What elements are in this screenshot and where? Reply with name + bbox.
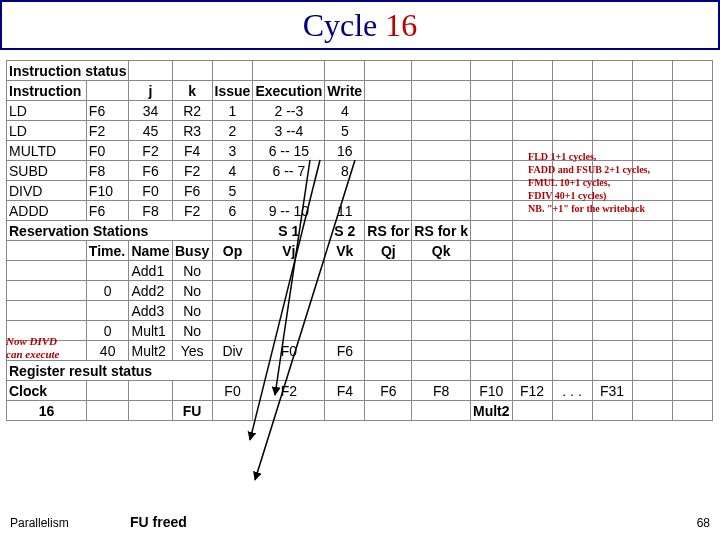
reservation-header: Reservation Stations <box>7 221 213 241</box>
col-s1: S 1 <box>253 221 325 241</box>
reg-f8: F8 <box>412 381 471 401</box>
reg-f4: F4 <box>325 381 365 401</box>
latency-notes: FLD 1+1 cycles, FADD and FSUB 2+1 cycles… <box>528 150 650 215</box>
reg-f0: F0 <box>212 381 253 401</box>
side-note-line: Now DIVD <box>6 335 59 348</box>
col-rs-k: RS for k <box>412 221 471 241</box>
col-issue: Issue <box>212 81 253 101</box>
title-word-2: 16 <box>385 7 417 43</box>
note-line: NB. "+1" for the writeback <box>528 202 650 215</box>
col-k: k <box>172 81 212 101</box>
rs-row: Add3No <box>7 301 713 321</box>
footer-center: FU freed <box>130 514 187 530</box>
rs-row: Add1No <box>7 261 713 281</box>
page-number: 68 <box>697 516 710 530</box>
title-word-1: Cycle <box>303 7 378 43</box>
instr-row: LD F2 45 R3 2 3 --4 5 <box>7 121 713 141</box>
rs-row: 40Mult2YesDivF0F6 <box>7 341 713 361</box>
clock-label: Clock <box>7 381 87 401</box>
side-note-line: can execute <box>6 348 59 361</box>
col-instruction: Instruction <box>7 81 87 101</box>
col-qj: Qj <box>365 241 412 261</box>
col-op: Op <box>212 241 253 261</box>
note-line: FADD and FSUB 2+1 cycles, <box>528 163 650 176</box>
col-s2: S 2 <box>325 221 365 241</box>
fu-label: FU <box>172 401 212 421</box>
main-table: Instruction status Instruction j k Issue… <box>6 60 713 421</box>
col-qk: Qk <box>412 241 471 261</box>
col-rs-j: RS for <box>365 221 412 241</box>
col-j: j <box>129 81 172 101</box>
slide-title: Cycle 16 <box>303 7 418 44</box>
reg-f2: F2 <box>253 381 325 401</box>
col-execution: Execution <box>253 81 325 101</box>
col-busy: Busy <box>172 241 212 261</box>
register-status-header: Register result status <box>7 361 213 381</box>
note-line: FDIV 40+1 cycles) <box>528 189 650 202</box>
col-name: Name <box>129 241 172 261</box>
col-time: Time. <box>86 241 129 261</box>
instr-row: LD F6 34 R2 1 2 --3 4 <box>7 101 713 121</box>
rs-row: 0Mult1No <box>7 321 713 341</box>
note-line: FMUL 10+1 cycles, <box>528 176 650 189</box>
instruction-status-header: Instruction status <box>7 61 129 81</box>
reg-f12: F12 <box>512 381 552 401</box>
reg-f31: F31 <box>592 381 632 401</box>
reg-f10: F10 <box>471 381 513 401</box>
divd-note: Now DIVD can execute <box>6 335 59 361</box>
clock-value: 16 <box>7 401 87 421</box>
title-bar: Cycle 16 <box>0 0 720 50</box>
reg-ellipsis: . . . <box>552 381 592 401</box>
col-write: Write <box>325 81 365 101</box>
rs-row: 0Add2No <box>7 281 713 301</box>
footer-left: Parallelism <box>10 516 69 530</box>
col-vk: Vk <box>325 241 365 261</box>
note-line: FLD 1+1 cycles, <box>528 150 650 163</box>
col-vj: Vj <box>253 241 325 261</box>
reg-f6: F6 <box>365 381 412 401</box>
